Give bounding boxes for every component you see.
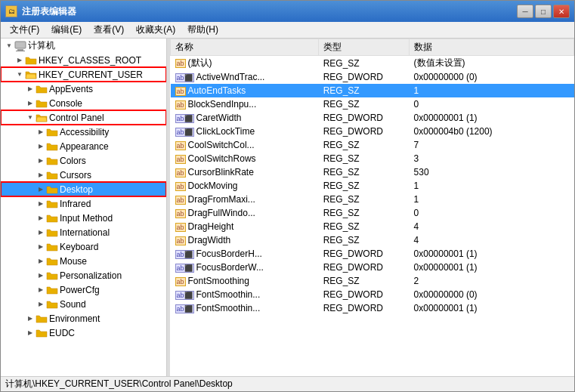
tree-item-sound[interactable]: ▶Sound [1, 297, 166, 311]
svg-rect-2 [16, 51, 25, 51]
cell-data: 0 [410, 97, 574, 111]
table-row[interactable]: abDockMovingREG_SZ1 [171, 179, 574, 193]
maximize-button[interactable]: □ [535, 5, 552, 18]
cell-type: REG_DWORD [319, 125, 410, 138]
table-row[interactable]: abCoolSwitchCol...REG_SZ7 [171, 138, 574, 152]
table-row[interactable]: abDragHeightREG_SZ4 [171, 220, 574, 233]
menu-favorites[interactable]: 收藏夹(A) [130, 22, 181, 38]
expand-icon-powercfg[interactable]: ▶ [36, 285, 46, 295]
tree-item-eudc[interactable]: ▶EUDC [1, 326, 166, 340]
tree-item-environment[interactable]: ▶Environment [1, 311, 166, 326]
cell-name: ab⬛ClickLockTime [171, 125, 319, 138]
cell-type: REG_DWORD [319, 247, 410, 261]
table-row[interactable]: abCoolSwitchRowsREG_SZ3 [171, 152, 574, 165]
expand-icon-international[interactable]: ▶ [36, 227, 46, 238]
registry-editor-window: 🗂 注册表编辑器 ─ □ ✕ 文件(F) 编辑(E) 查看(V) 收藏夹(A) … [0, 0, 575, 392]
table-row[interactable]: ab⬛ActiveWndTrac...REG_DWORD0x00000000 (… [171, 70, 574, 84]
tree-item-keyboard[interactable]: ▶Keyboard [1, 239, 166, 254]
cell-data: 1 [410, 179, 574, 193]
folder-icon-appevents [36, 84, 48, 94]
expand-icon-colors[interactable]: ▶ [36, 156, 46, 166]
table-header-row: 名称 类型 数据 [171, 39, 574, 56]
expand-icon-infrared[interactable]: ▶ [36, 199, 46, 209]
tree-item-console[interactable]: ▶Console [1, 96, 166, 110]
expand-icon-sound[interactable]: ▶ [36, 299, 46, 310]
table-row[interactable]: ab(默认)REG_SZ(数值未设置) [171, 56, 574, 71]
tree-item-appevents[interactable]: ▶AppEvents [1, 82, 166, 96]
folder-icon-keyboard [46, 242, 58, 252]
dword-icon: ab⬛ [175, 114, 194, 123]
tree-item-international[interactable]: ▶International [1, 225, 166, 239]
menu-view[interactable]: 查看(V) [88, 22, 130, 38]
tree-item-cursors[interactable]: ▶Cursors [1, 168, 166, 182]
registry-table-scroll[interactable]: 名称 类型 数据 ab(默认)REG_SZ(数值未设置)ab⬛ActiveWnd… [170, 39, 574, 376]
tree-item-accessibility[interactable]: ▶Accessibility [1, 125, 166, 139]
table-row[interactable]: abDragFromMaxi...REG_SZ1 [171, 193, 574, 206]
tree-item-inputmethod[interactable]: ▶Input Method [1, 211, 166, 225]
cell-type: REG_DWORD [319, 288, 410, 301]
expand-icon-hkcu[interactable]: ▼ [14, 69, 25, 80]
tree-item-personalization[interactable]: ▶Personalization [1, 268, 166, 282]
cell-name: ab⬛FocusBorderH... [171, 247, 319, 261]
tree-label-appearance: Appearance [60, 141, 109, 152]
table-row[interactable]: ab⬛FontSmoothin...REG_DWORD0x00000001 (1… [171, 301, 574, 315]
tree-item-infrared[interactable]: ▶Infrared [1, 196, 166, 211]
cell-name: abBlockSendInpu... [171, 97, 319, 111]
cell-data: 4 [410, 233, 574, 247]
status-path: 计算机\HKEY_CURRENT_USER\Control Panel\Desk… [5, 378, 233, 390]
tree-item-controlpanel[interactable]: ▼Control Panel [1, 110, 166, 125]
tree-item-hkcr[interactable]: ▶HKEY_CLASSES_ROOT [1, 53, 166, 67]
table-row[interactable]: ab⬛ClickLockTimeREG_DWORD0x000004b0 (120… [171, 125, 574, 138]
expand-icon-accessibility[interactable]: ▶ [36, 127, 46, 137]
expand-icon-desktop[interactable]: ▶ [36, 184, 46, 195]
tree-label-mouse: Mouse [60, 256, 87, 267]
table-row[interactable]: abDragFullWindo...REG_SZ0 [171, 206, 574, 220]
table-row[interactable]: abDragWidthREG_SZ4 [171, 233, 574, 247]
expand-icon-computer[interactable]: ▼ [4, 41, 14, 51]
expand-icon-controlpanel[interactable]: ▼ [25, 113, 36, 123]
expand-icon-environment[interactable]: ▶ [25, 313, 36, 324]
expand-icon-keyboard[interactable]: ▶ [36, 242, 46, 252]
table-row[interactable]: abAutoEndTasksREG_SZ1 [171, 84, 574, 97]
tree-panel[interactable]: ▼计算机▶HKEY_CLASSES_ROOT▼HKEY_CURRENT_USER… [1, 39, 167, 376]
table-row[interactable]: ab⬛CaretWidthREG_DWORD0x00000001 (1) [171, 111, 574, 125]
cell-type: REG_SZ [319, 193, 410, 206]
cell-name: abDragWidth [171, 233, 319, 247]
table-row[interactable]: abBlockSendInpu...REG_SZ0 [171, 97, 574, 111]
tree-item-powercfg[interactable]: ▶PowerCfg [1, 282, 166, 297]
tree-item-mouse[interactable]: ▶Mouse [1, 254, 166, 268]
tree-label-eudc: EUDC [49, 328, 75, 338]
menu-edit[interactable]: 编辑(E) [45, 22, 88, 38]
expand-icon-personalization[interactable]: ▶ [36, 270, 46, 281]
expand-icon-hkcr[interactable]: ▶ [14, 55, 25, 66]
tree-item-computer[interactable]: ▼计算机 [1, 39, 166, 53]
sz-icon: ab [175, 141, 186, 150]
tree-item-hkcu[interactable]: ▼HKEY_CURRENT_USER [1, 67, 166, 82]
dword-icon: ab⬛ [175, 264, 194, 273]
cell-data: 7 [410, 138, 574, 152]
minimize-button[interactable]: ─ [517, 5, 533, 18]
menu-file[interactable]: 文件(F) [4, 22, 45, 38]
sz-icon: ab [175, 236, 186, 245]
table-row[interactable]: ab⬛FontSmoothin...REG_DWORD0x00000000 (0… [171, 288, 574, 301]
table-row[interactable]: ab⬛FocusBorderH...REG_DWORD0x00000001 (1… [171, 247, 574, 261]
expand-icon-inputmethod[interactable]: ▶ [36, 213, 46, 224]
tree-item-colors[interactable]: ▶Colors [1, 153, 166, 168]
sz-icon: ab [175, 223, 186, 232]
expand-icon-cursors[interactable]: ▶ [36, 170, 46, 181]
table-row[interactable]: ab⬛FocusBorderW...REG_DWORD0x00000001 (1… [171, 261, 574, 274]
menu-help[interactable]: 帮助(H) [181, 22, 224, 38]
expand-icon-appevents[interactable]: ▶ [25, 84, 36, 94]
expand-icon-mouse[interactable]: ▶ [36, 256, 46, 267]
close-button[interactable]: ✕ [553, 5, 570, 18]
table-row[interactable]: abCursorBlinkRateREG_SZ530 [171, 165, 574, 179]
expand-icon-console[interactable]: ▶ [25, 98, 36, 109]
tree-item-desktop[interactable]: ▶Desktop [1, 182, 166, 196]
expand-icon-eudc[interactable]: ▶ [25, 328, 36, 338]
folder-icon-international [46, 227, 58, 238]
cell-data: 1 [410, 84, 574, 97]
menu-bar: 文件(F) 编辑(E) 查看(V) 收藏夹(A) 帮助(H) [1, 22, 574, 39]
expand-icon-appearance[interactable]: ▶ [36, 141, 46, 152]
tree-item-appearance[interactable]: ▶Appearance [1, 139, 166, 153]
table-row[interactable]: abFontSmoothingREG_SZ2 [171, 274, 574, 288]
